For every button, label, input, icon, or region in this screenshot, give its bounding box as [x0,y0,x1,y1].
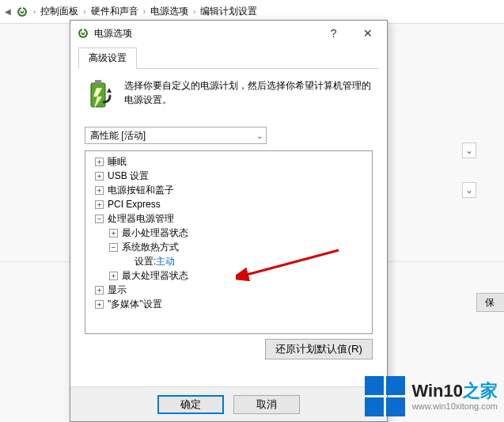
expand-icon[interactable]: + [109,272,118,280]
tree-item-sleep[interactable]: +睡眠 [87,154,370,169]
chevron-right-icon: › [193,7,195,16]
collapse-icon[interactable]: − [95,215,104,223]
power-options-dialog: 电源选项 ? ✕ 高级设置 选择你要自定义的电源计划，然后选择你希望计算机管理的… [70,20,388,422]
chevron-down-icon: ⌄ [256,131,263,140]
expand-icon[interactable]: + [109,229,118,238]
intro-text: 选择你要自定义的电源计划，然后选择你希望计算机管理的电源设置。 [124,78,373,112]
expand-icon[interactable]: + [95,300,104,309]
chevron-right-icon: › [33,7,36,16]
chevron-right-icon: › [83,7,85,16]
settings-tree[interactable]: +睡眠 +USB 设置 +电源按钮和盖子 +PCI Express −处理器电源… [85,150,373,334]
titlebar: 电源选项 ? ✕ [70,21,387,46]
battery-icon [85,78,116,112]
dialog-footer: 确定 取消 [70,386,387,421]
tab-advanced-settings[interactable]: 高级设置 [78,48,137,69]
tree-item-pci-express[interactable]: +PCI Express [87,197,370,211]
power-plan-dropdown[interactable]: 高性能 [活动] ⌄ [85,127,267,144]
ok-button[interactable]: 确定 [157,395,224,414]
dropdown-value: 高性能 [活动] [90,129,146,143]
expand-icon[interactable]: + [95,200,104,209]
breadcrumb-item[interactable]: 电源选项 [150,5,188,18]
breadcrumb-item[interactable]: 编辑计划设置 [200,5,257,18]
tree-item-multimedia[interactable]: +"多媒体"设置 [87,297,370,311]
breadcrumb-item[interactable]: 硬件和声音 [91,5,138,18]
chevron-down-icon[interactable]: ⌄ [462,143,476,158]
back-arrow-icon[interactable]: ◀ [5,7,11,16]
tab-strip: 高级设置 [78,48,379,69]
collapse-icon[interactable]: − [109,243,118,252]
expand-icon[interactable]: + [95,172,104,181]
power-plan-icon [16,6,28,18]
setting-label: 设置: [135,255,156,268]
expand-icon[interactable]: + [95,186,104,195]
tree-item-display[interactable]: +显示 [87,283,370,297]
svg-rect-7 [95,80,101,84]
cancel-button[interactable]: 取消 [233,395,300,414]
tree-item-power-buttons[interactable]: +电源按钮和盖子 [87,183,370,197]
chevron-right-icon: › [143,7,146,16]
chevron-down-icon[interactable]: ⌄ [462,182,476,198]
expand-icon[interactable]: + [95,158,104,166]
save-button-partial[interactable]: 保 [476,293,504,312]
close-button[interactable]: ✕ [352,22,384,44]
tree-item-max-processor[interactable]: +最大处理器状态 [87,268,370,283]
tree-item-min-processor[interactable]: +最小处理器状态 [87,226,370,240]
tree-item-processor-power[interactable]: −处理器电源管理 [87,211,370,226]
breadcrumb-item[interactable]: 控制面板 [40,5,78,18]
help-button[interactable]: ? [318,22,350,44]
tree-item-cooling-setting[interactable]: 设置: 主动 [87,254,370,268]
power-options-icon [77,27,89,40]
restore-defaults-button[interactable]: 还原计划默认值(R) [265,339,373,359]
expand-icon[interactable]: + [95,286,104,295]
dialog-title: 电源选项 [94,27,132,40]
tree-item-cooling-policy[interactable]: −系统散热方式 [87,240,370,254]
tree-item-usb[interactable]: +USB 设置 [87,169,370,183]
setting-value-link[interactable]: 主动 [156,255,175,268]
